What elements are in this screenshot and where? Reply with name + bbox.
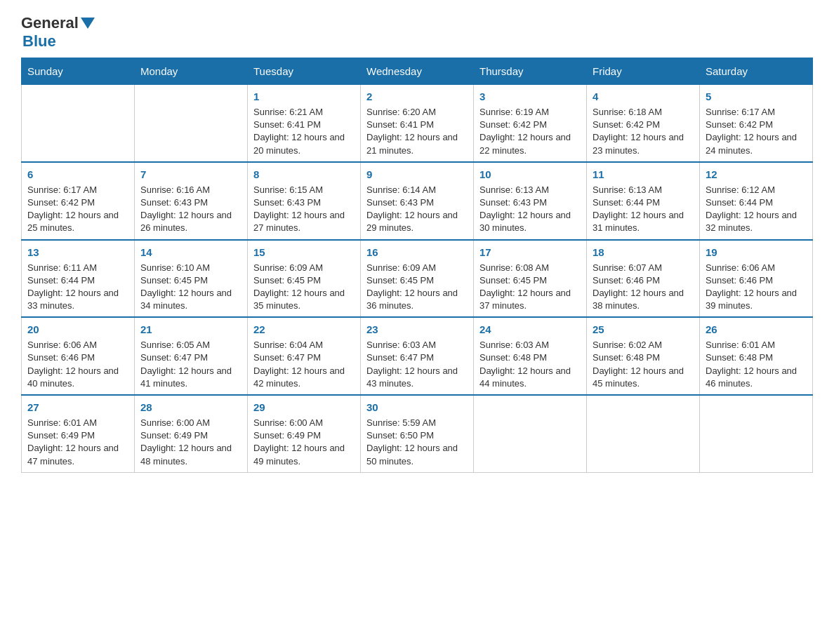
day-number: 16 <box>366 245 468 260</box>
logo-general-text: General <box>21 14 79 32</box>
calendar-day-cell: 4Sunrise: 6:18 AMSunset: 6:42 PMDaylight… <box>587 85 700 162</box>
day-number: 21 <box>140 322 241 337</box>
day-number: 22 <box>253 322 355 337</box>
calendar-day-cell: 15Sunrise: 6:09 AMSunset: 6:45 PMDayligh… <box>248 240 361 318</box>
calendar-day-cell: 14Sunrise: 6:10 AMSunset: 6:45 PMDayligh… <box>135 240 248 318</box>
day-number: 24 <box>479 322 581 337</box>
day-info: Sunrise: 6:09 AMSunset: 6:45 PMDaylight:… <box>366 262 468 313</box>
day-number: 11 <box>593 167 694 182</box>
day-number: 23 <box>366 322 468 337</box>
day-number: 8 <box>253 167 355 182</box>
day-number: 19 <box>706 245 807 260</box>
calendar-day-cell: 7Sunrise: 6:16 AMSunset: 6:43 PMDaylight… <box>135 162 248 240</box>
day-info: Sunrise: 6:02 AMSunset: 6:48 PMDaylight:… <box>593 339 694 390</box>
calendar-day-cell: 22Sunrise: 6:04 AMSunset: 6:47 PMDayligh… <box>248 317 361 395</box>
calendar-week-row: 13Sunrise: 6:11 AMSunset: 6:44 PMDayligh… <box>22 240 813 318</box>
day-number: 5 <box>706 89 807 104</box>
calendar-day-cell: 27Sunrise: 6:01 AMSunset: 6:49 PMDayligh… <box>22 395 135 472</box>
day-number: 27 <box>27 400 128 415</box>
calendar-day-cell: 26Sunrise: 6:01 AMSunset: 6:48 PMDayligh… <box>700 317 813 395</box>
day-info: Sunrise: 6:13 AMSunset: 6:43 PMDaylight:… <box>479 184 581 235</box>
day-info: Sunrise: 6:03 AMSunset: 6:48 PMDaylight:… <box>479 339 581 390</box>
calendar-day-cell: 6Sunrise: 6:17 AMSunset: 6:42 PMDaylight… <box>22 162 135 240</box>
day-info: Sunrise: 6:07 AMSunset: 6:46 PMDaylight:… <box>593 262 694 313</box>
day-number: 18 <box>593 245 694 260</box>
weekday-header-saturday: Saturday <box>700 58 813 85</box>
day-info: Sunrise: 6:10 AMSunset: 6:45 PMDaylight:… <box>140 262 241 313</box>
calendar-day-cell: 11Sunrise: 6:13 AMSunset: 6:44 PMDayligh… <box>587 162 700 240</box>
calendar-day-cell: 12Sunrise: 6:12 AMSunset: 6:44 PMDayligh… <box>700 162 813 240</box>
day-info: Sunrise: 6:00 AMSunset: 6:49 PMDaylight:… <box>140 417 241 468</box>
day-number: 4 <box>593 89 694 104</box>
day-number: 1 <box>253 89 355 104</box>
day-number: 17 <box>479 245 581 260</box>
day-info: Sunrise: 5:59 AMSunset: 6:50 PMDaylight:… <box>366 417 468 468</box>
calendar-week-row: 20Sunrise: 6:06 AMSunset: 6:46 PMDayligh… <box>22 317 813 395</box>
day-info: Sunrise: 6:16 AMSunset: 6:43 PMDaylight:… <box>140 184 241 235</box>
day-info: Sunrise: 6:19 AMSunset: 6:42 PMDaylight:… <box>479 106 581 157</box>
weekday-header-wednesday: Wednesday <box>361 58 474 85</box>
weekday-header-friday: Friday <box>587 58 700 85</box>
calendar-day-cell: 17Sunrise: 6:08 AMSunset: 6:45 PMDayligh… <box>474 240 587 318</box>
calendar-day-cell: 9Sunrise: 6:14 AMSunset: 6:43 PMDaylight… <box>361 162 474 240</box>
calendar-day-cell: 21Sunrise: 6:05 AMSunset: 6:47 PMDayligh… <box>135 317 248 395</box>
day-number: 6 <box>27 167 128 182</box>
day-number: 28 <box>140 400 241 415</box>
logo: General Blue <box>21 14 97 51</box>
day-info: Sunrise: 6:18 AMSunset: 6:42 PMDaylight:… <box>593 106 694 157</box>
day-number: 2 <box>366 89 468 104</box>
calendar-day-cell: 1Sunrise: 6:21 AMSunset: 6:41 PMDaylight… <box>248 85 361 162</box>
day-info: Sunrise: 6:15 AMSunset: 6:43 PMDaylight:… <box>253 184 355 235</box>
calendar-day-cell: 25Sunrise: 6:02 AMSunset: 6:48 PMDayligh… <box>587 317 700 395</box>
day-number: 26 <box>706 322 807 337</box>
calendar-day-cell: 28Sunrise: 6:00 AMSunset: 6:49 PMDayligh… <box>135 395 248 472</box>
day-info: Sunrise: 6:00 AMSunset: 6:49 PMDaylight:… <box>253 417 355 468</box>
calendar-day-cell: 23Sunrise: 6:03 AMSunset: 6:47 PMDayligh… <box>361 317 474 395</box>
day-info: Sunrise: 6:03 AMSunset: 6:47 PMDaylight:… <box>366 339 468 390</box>
page-header: General Blue <box>21 14 813 51</box>
day-number: 9 <box>366 167 468 182</box>
weekday-header-thursday: Thursday <box>474 58 587 85</box>
calendar-day-cell: 8Sunrise: 6:15 AMSunset: 6:43 PMDaylight… <box>248 162 361 240</box>
day-number: 7 <box>140 167 241 182</box>
day-info: Sunrise: 6:08 AMSunset: 6:45 PMDaylight:… <box>479 262 581 313</box>
calendar-day-cell: 5Sunrise: 6:17 AMSunset: 6:42 PMDaylight… <box>700 85 813 162</box>
calendar-day-cell <box>474 395 587 472</box>
day-info: Sunrise: 6:11 AMSunset: 6:44 PMDaylight:… <box>27 262 128 313</box>
day-number: 14 <box>140 245 241 260</box>
day-number: 10 <box>479 167 581 182</box>
day-number: 12 <box>706 167 807 182</box>
day-number: 15 <box>253 245 355 260</box>
day-info: Sunrise: 6:06 AMSunset: 6:46 PMDaylight:… <box>706 262 807 313</box>
calendar-header-row: SundayMondayTuesdayWednesdayThursdayFrid… <box>22 58 813 85</box>
day-info: Sunrise: 6:04 AMSunset: 6:47 PMDaylight:… <box>253 339 355 390</box>
logo-blue-text: Blue <box>22 32 56 51</box>
calendar-day-cell: 18Sunrise: 6:07 AMSunset: 6:46 PMDayligh… <box>587 240 700 318</box>
day-number: 29 <box>253 400 355 415</box>
day-info: Sunrise: 6:17 AMSunset: 6:42 PMDaylight:… <box>27 184 128 235</box>
calendar-day-cell <box>587 395 700 472</box>
calendar-day-cell: 3Sunrise: 6:19 AMSunset: 6:42 PMDaylight… <box>474 85 587 162</box>
day-info: Sunrise: 6:20 AMSunset: 6:41 PMDaylight:… <box>366 106 468 157</box>
calendar-day-cell: 29Sunrise: 6:00 AMSunset: 6:49 PMDayligh… <box>248 395 361 472</box>
calendar-day-cell: 2Sunrise: 6:20 AMSunset: 6:41 PMDaylight… <box>361 85 474 162</box>
day-info: Sunrise: 6:12 AMSunset: 6:44 PMDaylight:… <box>706 184 807 235</box>
calendar-day-cell: 19Sunrise: 6:06 AMSunset: 6:46 PMDayligh… <box>700 240 813 318</box>
day-number: 13 <box>27 245 128 260</box>
weekday-header-sunday: Sunday <box>22 58 135 85</box>
calendar-day-cell: 13Sunrise: 6:11 AMSunset: 6:44 PMDayligh… <box>22 240 135 318</box>
day-info: Sunrise: 6:01 AMSunset: 6:49 PMDaylight:… <box>27 417 128 468</box>
day-info: Sunrise: 6:17 AMSunset: 6:42 PMDaylight:… <box>706 106 807 157</box>
weekday-header-monday: Monday <box>135 58 248 85</box>
calendar-day-cell: 20Sunrise: 6:06 AMSunset: 6:46 PMDayligh… <box>22 317 135 395</box>
day-info: Sunrise: 6:05 AMSunset: 6:47 PMDaylight:… <box>140 339 241 390</box>
calendar-day-cell: 24Sunrise: 6:03 AMSunset: 6:48 PMDayligh… <box>474 317 587 395</box>
calendar-table: SundayMondayTuesdayWednesdayThursdayFrid… <box>21 58 813 473</box>
day-info: Sunrise: 6:21 AMSunset: 6:41 PMDaylight:… <box>253 106 355 157</box>
day-info: Sunrise: 6:09 AMSunset: 6:45 PMDaylight:… <box>253 262 355 313</box>
day-info: Sunrise: 6:06 AMSunset: 6:46 PMDaylight:… <box>27 339 128 390</box>
day-number: 25 <box>593 322 694 337</box>
day-info: Sunrise: 6:13 AMSunset: 6:44 PMDaylight:… <box>593 184 694 235</box>
day-number: 30 <box>366 400 468 415</box>
day-info: Sunrise: 6:01 AMSunset: 6:48 PMDaylight:… <box>706 339 807 390</box>
